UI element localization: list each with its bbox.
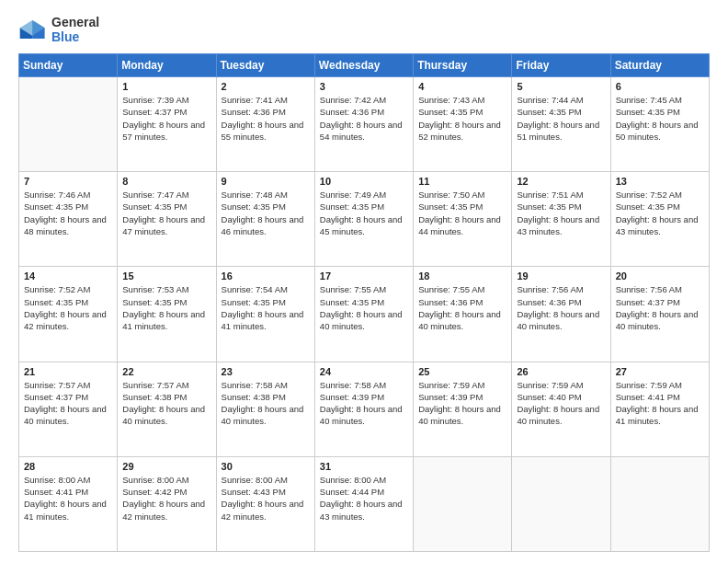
calendar-cell: 21Sunrise: 7:57 AMSunset: 4:37 PMDayligh…	[19, 362, 118, 456]
day-number: 28	[24, 461, 112, 472]
day-number: 18	[418, 270, 506, 282]
calendar-cell: 29Sunrise: 8:00 AMSunset: 4:42 PMDayligh…	[118, 456, 216, 551]
week-row-1: 7Sunrise: 7:46 AMSunset: 4:35 PMDaylight…	[19, 172, 710, 267]
calendar-cell: 26Sunrise: 7:59 AMSunset: 4:40 PMDayligh…	[512, 362, 610, 456]
day-detail: Sunrise: 7:44 AMSunset: 4:35 PMDaylight:…	[517, 94, 605, 143]
day-number: 4	[418, 81, 506, 92]
day-number: 6	[616, 81, 704, 92]
calendar-cell: 3Sunrise: 7:42 AMSunset: 4:36 PMDaylight…	[314, 77, 413, 172]
day-number: 11	[418, 176, 506, 187]
day-detail: Sunrise: 7:59 AMSunset: 4:39 PMDaylight:…	[418, 379, 506, 428]
day-detail: Sunrise: 7:46 AMSunset: 4:35 PMDaylight:…	[24, 189, 112, 237]
day-number: 13	[616, 176, 704, 187]
weekday-header-tuesday: Tuesday	[216, 54, 314, 77]
day-number: 12	[517, 176, 605, 187]
weekday-header-wednesday: Wednesday	[314, 54, 413, 77]
day-number: 21	[24, 366, 112, 377]
calendar-cell: 27Sunrise: 7:59 AMSunset: 4:41 PMDayligh…	[610, 362, 709, 456]
day-detail: Sunrise: 8:00 AMSunset: 4:41 PMDaylight:…	[24, 474, 112, 523]
logo-text: General Blue	[51, 15, 99, 44]
logo: General Blue	[18, 15, 99, 44]
calendar-cell: 2Sunrise: 7:41 AMSunset: 4:36 PMDaylight…	[216, 77, 314, 172]
calendar-cell: 4Sunrise: 7:43 AMSunset: 4:35 PMDaylight…	[414, 77, 512, 172]
weekday-header-monday: Monday	[118, 54, 216, 77]
day-number: 10	[320, 176, 408, 187]
calendar-cell: 20Sunrise: 7:56 AMSunset: 4:37 PMDayligh…	[610, 267, 709, 362]
day-detail: Sunrise: 7:47 AMSunset: 4:35 PMDaylight:…	[122, 189, 210, 237]
day-detail: Sunrise: 7:57 AMSunset: 4:38 PMDaylight:…	[122, 379, 210, 428]
week-row-4: 28Sunrise: 8:00 AMSunset: 4:41 PMDayligh…	[19, 456, 710, 551]
day-detail: Sunrise: 8:00 AMSunset: 4:42 PMDaylight:…	[122, 474, 210, 523]
day-number: 2	[222, 81, 310, 92]
day-number: 1	[122, 81, 210, 92]
day-number: 17	[320, 270, 408, 282]
day-number: 3	[320, 81, 408, 92]
week-row-3: 21Sunrise: 7:57 AMSunset: 4:37 PMDayligh…	[19, 362, 710, 456]
day-number: 23	[222, 366, 310, 377]
calendar-cell: 18Sunrise: 7:55 AMSunset: 4:36 PMDayligh…	[414, 267, 512, 362]
calendar-cell	[414, 456, 512, 551]
calendar-cell: 1Sunrise: 7:39 AMSunset: 4:37 PMDaylight…	[118, 77, 216, 172]
day-detail: Sunrise: 7:54 AMSunset: 4:35 PMDaylight:…	[222, 283, 310, 332]
calendar-cell	[610, 456, 709, 551]
calendar-cell: 14Sunrise: 7:52 AMSunset: 4:35 PMDayligh…	[19, 267, 118, 362]
calendar-table: SundayMondayTuesdayWednesdayThursdayFrid…	[18, 53, 710, 552]
calendar-cell: 7Sunrise: 7:46 AMSunset: 4:35 PMDaylight…	[19, 172, 118, 267]
day-detail: Sunrise: 7:55 AMSunset: 4:35 PMDaylight:…	[320, 283, 408, 332]
day-number: 31	[320, 461, 408, 472]
day-detail: Sunrise: 7:50 AMSunset: 4:35 PMDaylight:…	[418, 189, 506, 237]
day-detail: Sunrise: 7:59 AMSunset: 4:40 PMDaylight:…	[517, 379, 605, 428]
day-detail: Sunrise: 7:45 AMSunset: 4:35 PMDaylight:…	[616, 94, 704, 143]
week-row-2: 14Sunrise: 7:52 AMSunset: 4:35 PMDayligh…	[19, 267, 710, 362]
day-detail: Sunrise: 7:57 AMSunset: 4:37 PMDaylight:…	[24, 379, 112, 428]
weekday-header-row: SundayMondayTuesdayWednesdayThursdayFrid…	[19, 54, 710, 77]
day-detail: Sunrise: 7:51 AMSunset: 4:35 PMDaylight:…	[517, 189, 605, 237]
day-detail: Sunrise: 7:48 AMSunset: 4:35 PMDaylight:…	[222, 189, 310, 237]
calendar-cell: 9Sunrise: 7:48 AMSunset: 4:35 PMDaylight…	[216, 172, 314, 267]
logo-icon	[18, 17, 48, 42]
calendar-cell: 13Sunrise: 7:52 AMSunset: 4:35 PMDayligh…	[610, 172, 709, 267]
calendar-cell: 10Sunrise: 7:49 AMSunset: 4:35 PMDayligh…	[314, 172, 413, 267]
day-number: 19	[517, 270, 605, 282]
calendar-cell	[512, 456, 610, 551]
day-detail: Sunrise: 7:59 AMSunset: 4:41 PMDaylight:…	[616, 379, 704, 428]
day-detail: Sunrise: 7:39 AMSunset: 4:37 PMDaylight:…	[122, 94, 210, 143]
day-number: 30	[222, 461, 310, 472]
calendar-cell	[19, 77, 118, 172]
day-number: 7	[24, 176, 112, 187]
calendar-cell: 25Sunrise: 7:59 AMSunset: 4:39 PMDayligh…	[414, 362, 512, 456]
day-number: 16	[222, 270, 310, 282]
day-detail: Sunrise: 7:52 AMSunset: 4:35 PMDaylight:…	[24, 283, 112, 332]
calendar-cell: 24Sunrise: 7:58 AMSunset: 4:39 PMDayligh…	[314, 362, 413, 456]
day-detail: Sunrise: 7:52 AMSunset: 4:35 PMDaylight:…	[616, 189, 704, 237]
day-detail: Sunrise: 7:53 AMSunset: 4:35 PMDaylight:…	[122, 283, 210, 332]
day-detail: Sunrise: 7:56 AMSunset: 4:37 PMDaylight:…	[616, 283, 704, 332]
calendar-cell: 8Sunrise: 7:47 AMSunset: 4:35 PMDaylight…	[118, 172, 216, 267]
day-number: 27	[616, 366, 704, 377]
day-number: 22	[122, 366, 210, 377]
day-number: 20	[616, 270, 704, 282]
calendar-cell: 17Sunrise: 7:55 AMSunset: 4:35 PMDayligh…	[314, 267, 413, 362]
day-detail: Sunrise: 8:00 AMSunset: 4:44 PMDaylight:…	[320, 474, 408, 523]
day-number: 29	[122, 461, 210, 472]
day-detail: Sunrise: 7:56 AMSunset: 4:36 PMDaylight:…	[517, 283, 605, 332]
day-number: 8	[122, 176, 210, 187]
day-detail: Sunrise: 7:49 AMSunset: 4:35 PMDaylight:…	[320, 189, 408, 237]
calendar-cell: 12Sunrise: 7:51 AMSunset: 4:35 PMDayligh…	[512, 172, 610, 267]
day-detail: Sunrise: 7:41 AMSunset: 4:36 PMDaylight:…	[222, 94, 310, 143]
day-number: 26	[517, 366, 605, 377]
day-number: 15	[122, 270, 210, 282]
day-number: 14	[24, 270, 112, 282]
day-detail: Sunrise: 7:55 AMSunset: 4:36 PMDaylight:…	[418, 283, 506, 332]
day-detail: Sunrise: 7:58 AMSunset: 4:39 PMDaylight:…	[320, 379, 408, 428]
weekday-header-saturday: Saturday	[610, 54, 709, 77]
weekday-header-friday: Friday	[512, 54, 610, 77]
calendar-cell: 30Sunrise: 8:00 AMSunset: 4:43 PMDayligh…	[216, 456, 314, 551]
day-number: 25	[418, 366, 506, 377]
day-number: 9	[222, 176, 310, 187]
calendar-cell: 22Sunrise: 7:57 AMSunset: 4:38 PMDayligh…	[118, 362, 216, 456]
day-number: 24	[320, 366, 408, 377]
calendar-cell: 23Sunrise: 7:58 AMSunset: 4:38 PMDayligh…	[216, 362, 314, 456]
calendar-cell: 16Sunrise: 7:54 AMSunset: 4:35 PMDayligh…	[216, 267, 314, 362]
weekday-header-sunday: Sunday	[19, 54, 118, 77]
